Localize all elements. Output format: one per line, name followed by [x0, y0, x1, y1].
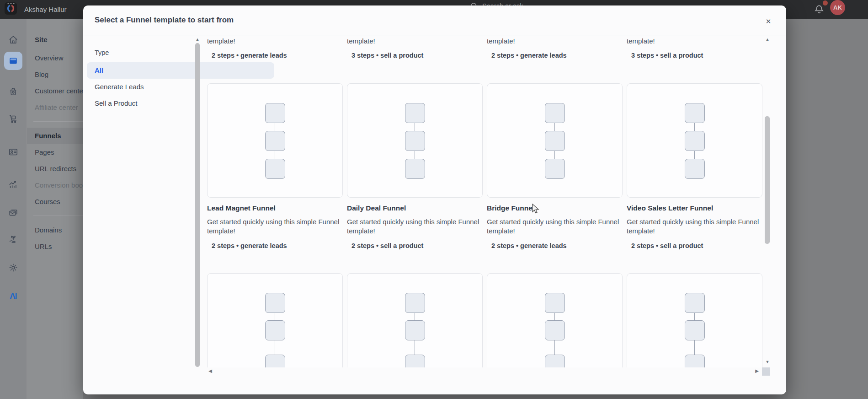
template-description: template!	[347, 37, 483, 45]
clickfunnels-logo-icon[interactable]	[5, 2, 17, 15]
filter-option-generate-leads[interactable]: Generate Leads	[95, 79, 144, 95]
template-card[interactable]	[207, 273, 343, 367]
affiliates-icon[interactable]	[4, 230, 22, 248]
scroll-left-icon[interactable]: ◀	[207, 368, 214, 373]
template-card[interactable]	[347, 273, 483, 367]
funnel-preview	[207, 83, 343, 198]
home-icon[interactable]	[4, 31, 22, 49]
scrollbar-corner	[762, 367, 770, 376]
template-name: Video Sales Letter Funnel	[627, 204, 762, 212]
close-icon[interactable]: ✕	[762, 16, 774, 27]
funnel-preview	[487, 273, 623, 367]
template-card[interactable]: template! 3 steps • sell a product	[347, 37, 483, 59]
analytics-icon[interactable]	[4, 175, 22, 194]
notification-badge	[823, 0, 828, 5]
template-description: template!	[627, 37, 762, 45]
template-description: Get started quickly using this simple Fu…	[347, 217, 483, 236]
scroll-down-icon[interactable]: ▼	[763, 360, 772, 364]
template-steps: 2 steps • generate leads	[207, 242, 343, 249]
template-card[interactable]	[487, 273, 623, 367]
template-steps: 2 steps • generate leads	[487, 52, 623, 59]
funnel-preview	[487, 83, 623, 198]
template-steps: 2 steps • sell a product	[347, 242, 483, 249]
sidebar-item-blog[interactable]: Blog	[27, 66, 83, 83]
template-description: Get started quickly using this simple Fu…	[487, 217, 623, 236]
template-steps: 3 steps • sell a product	[627, 52, 762, 59]
avatar[interactable]: AK	[830, 0, 845, 15]
template-name: Bridge Funnel	[487, 204, 623, 212]
template-card[interactable]: template! 2 steps • generate leads	[487, 37, 623, 59]
template-card[interactable]: template! 3 steps • sell a product	[627, 37, 762, 59]
sidebar-item-overview[interactable]: Overview	[27, 50, 83, 66]
ai-assistant-icon[interactable]: ΛI	[4, 287, 22, 305]
orders-icon[interactable]	[4, 110, 22, 128]
sidebar: Site Overview Blog Customer center Affil…	[27, 19, 83, 399]
sidebar-item-urls[interactable]: URLs	[27, 238, 83, 255]
sidebar-item-funnels[interactable]: Funnels	[27, 128, 83, 144]
template-card-daily-deal[interactable]: Daily Deal Funnel Get started quickly us…	[347, 83, 483, 249]
template-steps: 3 steps • sell a product	[347, 52, 483, 59]
products-icon[interactable]	[4, 82, 22, 101]
logo-gears-icon	[5, 2, 17, 15]
template-name: Daily Deal Funnel	[347, 204, 483, 212]
template-card-lead-magnet[interactable]: Lead Magnet Funnel Get started quickly u…	[207, 83, 343, 249]
funnel-template-modal: Select a Funnel template to start from ✕…	[83, 5, 786, 394]
template-description: Get started quickly using this simple Fu…	[627, 217, 762, 236]
sidebar-item-domains[interactable]: Domains	[27, 222, 83, 238]
funnel-preview	[207, 273, 343, 367]
template-grid: template! 2 steps • generate leads templ…	[205, 36, 763, 367]
filter-option-sell-a-product[interactable]: Sell a Product	[95, 95, 137, 112]
scroll-up-icon[interactable]: ▲	[763, 37, 772, 42]
sidebar-item-affiliate-center: Affiliate center	[27, 99, 83, 116]
contacts-icon[interactable]	[4, 143, 22, 161]
app-screen: Akshay Hallur Search or ask ... AK	[0, 0, 868, 399]
scroll-right-icon[interactable]: ▶	[753, 368, 761, 373]
broadcasts-icon[interactable]	[4, 204, 22, 222]
template-steps: 2 steps • sell a product	[627, 242, 762, 249]
template-description: template!	[207, 37, 343, 45]
template-description: template!	[487, 37, 623, 45]
template-card-video-sales-letter[interactable]: Video Sales Letter Funnel Get started qu…	[627, 83, 762, 249]
template-name: Lead Magnet Funnel	[207, 204, 343, 212]
filter-heading: Type	[95, 49, 109, 56]
sidebar-item-customer-center[interactable]: Customer center	[27, 83, 83, 99]
sidebar-heading-site: Site	[27, 32, 83, 48]
sidebar-divider	[33, 216, 83, 216]
icon-rail: ΛI	[0, 19, 27, 399]
funnel-preview	[627, 273, 762, 367]
mouse-cursor	[532, 204, 542, 216]
notifications-button[interactable]	[813, 2, 827, 16]
workspace-name[interactable]: Akshay Hallur	[24, 0, 67, 19]
sidebar-item-pages[interactable]: Pages	[27, 144, 83, 161]
template-card[interactable]	[627, 273, 762, 367]
template-row-main: Lead Magnet Funnel Get started quickly u…	[207, 83, 762, 249]
right-scrollbar-thumb[interactable]	[765, 116, 770, 244]
settings-icon[interactable]	[4, 259, 22, 277]
funnel-preview	[347, 83, 483, 198]
sidebar-item-url-redirects[interactable]: URL redirects	[27, 161, 83, 177]
left-scrollbar-thumb[interactable]	[195, 43, 200, 367]
sidebar-divider	[33, 121, 83, 122]
site-icon[interactable]	[4, 52, 22, 70]
template-description: Get started quickly using this simple Fu…	[207, 217, 343, 236]
template-steps: 2 steps • generate leads	[487, 242, 623, 249]
template-card-bridge[interactable]: Bridge Funnel Get started quickly using …	[487, 83, 623, 249]
scroll-up-icon[interactable]: ▲	[193, 37, 202, 42]
sidebar-item-courses[interactable]: Courses	[27, 194, 83, 210]
sidebar-item-conversion-boost: Conversion boost	[27, 177, 83, 194]
modal-title: Select a Funnel template to start from	[95, 16, 234, 25]
funnel-preview	[347, 273, 483, 367]
template-row-partial-bottom	[207, 273, 762, 367]
template-card[interactable]: template! 2 steps • generate leads	[207, 37, 343, 59]
logo-dots-icon	[7, 3, 14, 4]
filter-option-all[interactable]: All	[95, 62, 103, 79]
template-row-partial: template! 2 steps • generate leads templ…	[207, 37, 762, 59]
template-steps: 2 steps • generate leads	[207, 52, 343, 59]
funnel-preview	[627, 83, 762, 198]
